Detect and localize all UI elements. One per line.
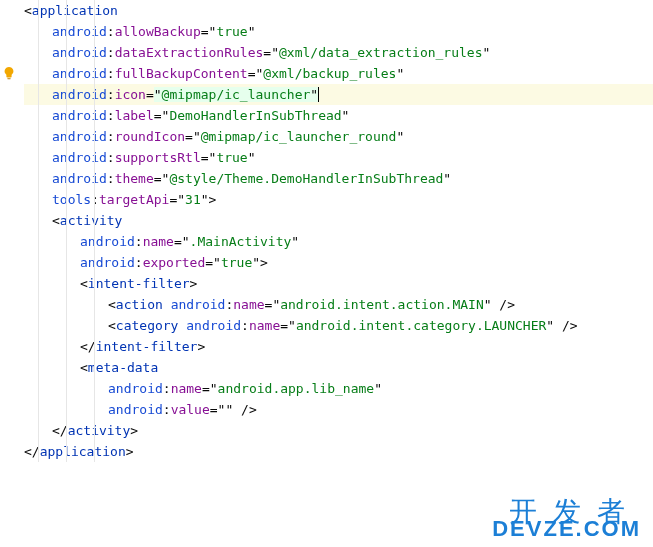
token-punct: : <box>107 45 115 60</box>
code-line[interactable]: <meta-data <box>24 357 653 378</box>
token-punct: =" <box>169 192 185 207</box>
token-punct: : <box>163 381 171 396</box>
code-line[interactable]: </application> <box>24 441 653 462</box>
token-punct: " <box>248 150 256 165</box>
token-tag: intent-filter <box>88 276 190 291</box>
token-punct: =" <box>280 318 296 333</box>
code-line[interactable]: android:value="" /> <box>24 399 653 420</box>
token-ns: android <box>52 45 107 60</box>
token-tag: application <box>32 3 118 18</box>
token-punct: =" <box>265 297 281 312</box>
token-punct: =" <box>263 45 279 60</box>
token-attr: targetApi <box>99 192 169 207</box>
token-punct: : <box>107 171 115 186</box>
token-ns: android <box>52 150 107 165</box>
code-line[interactable]: <intent-filter> <box>24 273 653 294</box>
token-punct: : <box>241 318 249 333</box>
token-tag: application <box>40 444 126 459</box>
token-attr: theme <box>115 171 154 186</box>
token-str: @xml/backup_rules <box>263 66 396 81</box>
token-tag: meta-data <box>88 360 158 375</box>
token-punct: < <box>52 213 60 228</box>
token-attr: supportsRtl <box>115 150 201 165</box>
code-line[interactable]: android:name=".MainActivity" <box>24 231 653 252</box>
token-ns: android <box>52 24 107 39</box>
token-punct: " <box>483 45 491 60</box>
code-line[interactable]: android:fullBackupContent="@xml/backup_r… <box>24 63 653 84</box>
token-punct: : <box>91 192 99 207</box>
code-line[interactable]: android:dataExtractionRules="@xml/data_e… <box>24 42 653 63</box>
token-punct: : <box>107 129 115 144</box>
watermark-line2: DEVZE.COM <box>492 518 641 539</box>
token-punct: =" <box>185 129 201 144</box>
code-line[interactable]: android:allowBackup="true" <box>24 21 653 42</box>
token-punct: > <box>126 444 134 459</box>
code-line[interactable]: <activity <box>24 210 653 231</box>
token-ns: android <box>52 171 107 186</box>
lightbulb-icon[interactable] <box>2 66 16 80</box>
code-line[interactable]: android:exported="true"> <box>24 252 653 273</box>
watermark: 开发者 DEVZE.COM <box>492 501 641 539</box>
token-punct: : <box>107 24 115 39</box>
token-ns: android <box>171 297 226 312</box>
token-str: @xml/data_extraction_rules <box>279 45 483 60</box>
token-str: @mipmap/ic_launcher <box>162 87 311 102</box>
token-punct: =" <box>205 255 221 270</box>
token-ns: android <box>80 234 135 249</box>
token-ns: android <box>52 66 107 81</box>
token-punct: =" <box>202 381 218 396</box>
code-line[interactable]: <application <box>24 0 653 21</box>
token-punct: > <box>130 423 138 438</box>
token-attr: value <box>171 402 210 417</box>
token-punct: " <box>154 87 162 102</box>
token-punct: " /> <box>484 297 515 312</box>
code-line[interactable]: android:name="android.app.lib_name" <box>24 378 653 399</box>
token-str: @style/Theme.DemoHandlerInSubThread <box>169 171 443 186</box>
token-attr: name <box>143 234 174 249</box>
token-str: @mipmap/ic_launcher_round <box>201 129 397 144</box>
token-punct: " <box>443 171 451 186</box>
code-line[interactable]: </activity> <box>24 420 653 441</box>
token-punct: " /> <box>546 318 577 333</box>
token-ns: android <box>108 402 163 417</box>
token-punct: " <box>291 234 299 249</box>
text-caret <box>318 87 319 102</box>
token-str: android.intent.action.MAIN <box>280 297 484 312</box>
code-line[interactable]: android:theme="@style/Theme.DemoHandlerI… <box>24 168 653 189</box>
code-line[interactable]: </intent-filter> <box>24 336 653 357</box>
token-punct: : <box>135 255 143 270</box>
token-punct: =" <box>201 150 217 165</box>
token-punct: =" <box>174 234 190 249</box>
token-punct: " <box>342 108 350 123</box>
token-punct: > <box>190 276 198 291</box>
token-punct <box>163 297 171 312</box>
token-attr: fullBackupContent <box>115 66 248 81</box>
watermark-line1: 开发者 <box>492 501 641 522</box>
token-punct: =" <box>210 402 226 417</box>
token-tag: activity <box>68 423 131 438</box>
token-punct: " <box>310 87 318 102</box>
token-attr: exported <box>143 255 206 270</box>
token-punct: : <box>107 150 115 165</box>
token-str: true <box>221 255 252 270</box>
code-line[interactable]: android:icon="@mipmap/ic_launcher" <box>24 84 653 105</box>
token-tag: action <box>116 297 163 312</box>
token-punct: " /> <box>225 402 256 417</box>
token-str: android.app.lib_name <box>218 381 375 396</box>
code-line[interactable]: <action android:name="android.intent.act… <box>24 294 653 315</box>
code-line[interactable]: android:roundIcon="@mipmap/ic_launcher_r… <box>24 126 653 147</box>
token-punct: " <box>396 66 404 81</box>
token-tag: category <box>116 318 179 333</box>
token-str: true <box>216 24 247 39</box>
code-line[interactable]: tools:targetApi="31"> <box>24 189 653 210</box>
code-block[interactable]: <applicationandroid:allowBackup="true"an… <box>24 0 653 462</box>
code-editor[interactable]: <applicationandroid:allowBackup="true"an… <box>0 0 653 462</box>
token-ns: tools <box>52 192 91 207</box>
code-line[interactable]: android:label="DemoHandlerInSubThread" <box>24 105 653 126</box>
code-line[interactable]: <category android:name="android.intent.c… <box>24 315 653 336</box>
token-punct: : <box>163 402 171 417</box>
token-str: 31 <box>185 192 201 207</box>
token-str: true <box>216 150 247 165</box>
token-attr: name <box>171 381 202 396</box>
code-line[interactable]: android:supportsRtl="true" <box>24 147 653 168</box>
